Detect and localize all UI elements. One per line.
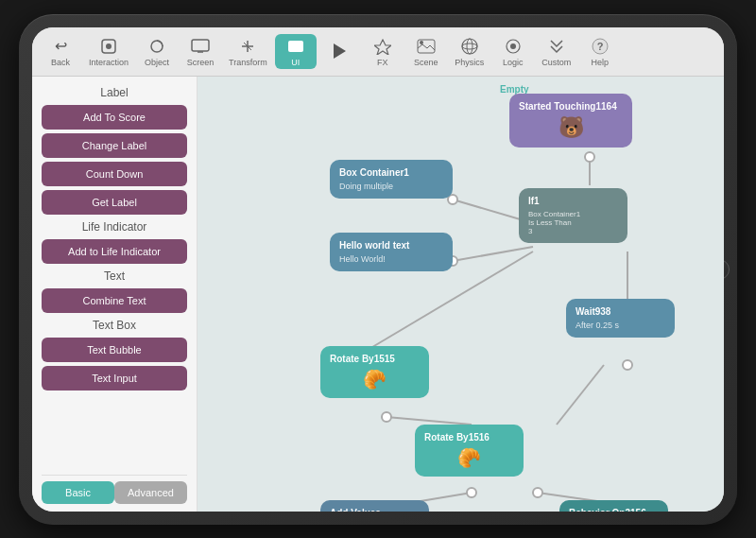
add-to-score-button[interactable]: Add To Score (42, 105, 187, 130)
back-icon: ↩ (50, 36, 71, 57)
toolbar-physics[interactable]: Physics (449, 34, 490, 69)
sidebar-tabs: Basic Advanced (42, 475, 187, 504)
node-if1-title: If1 (528, 196, 618, 206)
node-wait938-body: After 0.25 s (576, 321, 665, 330)
node-started-touching-title: Started Touching1164 (519, 101, 623, 112)
svg-point-33 (623, 360, 632, 370)
node-add-values-title: Add Values (330, 508, 420, 512)
toolbar-interaction[interactable]: Interaction (83, 34, 134, 69)
toolbar-scene[interactable]: Scene (405, 34, 447, 69)
label-section-heading: Label (42, 84, 187, 101)
toolbar-fx[interactable]: FX (362, 34, 404, 69)
toolbar-back[interactable]: ↩ Back (40, 34, 81, 69)
tab-advanced[interactable]: Advanced (114, 481, 187, 504)
node-behavior-on[interactable]: Behavior On3156 If1 (559, 500, 668, 512)
svg-point-13 (462, 39, 477, 54)
count-down-button[interactable]: Count Down (42, 162, 187, 186)
node-started-touching[interactable]: Started Touching1164 🐻 (509, 94, 632, 148)
node-hello-world[interactable]: Hello world text Hello World! (330, 233, 453, 271)
svg-point-1 (106, 43, 112, 49)
toolbar-custom[interactable]: Custom (536, 34, 577, 69)
scene-label: Scene (414, 58, 438, 67)
toolbar-screen[interactable]: Screen (180, 34, 221, 69)
bear-icon: 🐻 (519, 115, 623, 140)
fx-icon (372, 36, 393, 57)
node-box-container1-body: Doing multiple (339, 182, 443, 191)
toolbar-help[interactable]: ? Help (579, 34, 621, 69)
object-label: Object (145, 58, 169, 67)
croissant1-icon: 🥐 (330, 368, 420, 390)
svg-point-12 (420, 41, 423, 44)
get-label-button[interactable]: Get Label (42, 190, 187, 215)
physics-icon (459, 36, 480, 57)
fx-label: FX (377, 58, 388, 67)
svg-point-35 (533, 488, 542, 497)
screen-icon (190, 36, 211, 57)
svg-marker-9 (334, 43, 346, 59)
tablet-device: ↩ Back Interaction Object Screen (19, 14, 737, 525)
transform-icon (237, 36, 258, 57)
node-hello-world-title: Hello world text (339, 240, 443, 251)
scene-icon (416, 36, 437, 57)
main-area: Label Add To Score Change Label Count Do… (32, 77, 724, 512)
ui-label: UI (291, 58, 300, 67)
physics-label: Physics (455, 58, 484, 67)
tab-basic[interactable]: Basic (42, 481, 114, 504)
toolbar-transform[interactable]: Transform (223, 34, 273, 69)
back-label: Back (51, 58, 70, 67)
text-bubble-button[interactable]: Text Bubble (42, 338, 187, 362)
text-section-heading: Text (42, 268, 187, 285)
tablet-screen: ↩ Back Interaction Object Screen (32, 27, 724, 512)
canvas-area[interactable]: Empty Started Touching1164 🐻 Box Contain… (198, 77, 724, 512)
svg-line-25 (387, 417, 472, 425)
screen-label: Screen (187, 58, 215, 67)
toolbar-logic[interactable]: Logic (492, 34, 534, 69)
svg-text:?: ? (596, 41, 603, 52)
ui-icon (285, 36, 306, 57)
node-if1-body: Box Container1Is Less Than3 (528, 210, 618, 235)
croissant2-icon: 🥐 (424, 446, 514, 469)
svg-point-15 (467, 39, 472, 54)
custom-label: Custom (541, 58, 571, 67)
node-behavior-on-title: Behavior On3156 (569, 508, 659, 512)
toolbar-object[interactable]: Object (136, 34, 178, 69)
toolbar-play[interactable] (318, 39, 360, 64)
toolbar: ↩ Back Interaction Object Screen (32, 27, 724, 77)
combine-text-button[interactable]: Combine Text (42, 288, 187, 313)
node-rotate1515[interactable]: Rotate By1515 🥐 (320, 346, 429, 398)
help-label: Help (591, 58, 609, 67)
help-icon: ? (590, 36, 610, 57)
node-wait938[interactable]: Wait938 After 0.25 s (566, 299, 675, 338)
textbox-section-heading: Text Box (42, 317, 187, 334)
node-box-container1[interactable]: Box Container1 Doing multiple (330, 160, 453, 199)
node-rotate1516[interactable]: Rotate By1516 🥐 (415, 425, 524, 477)
toolbar-ui[interactable]: UI (275, 34, 317, 69)
add-to-life-indicator-button[interactable]: Add to Life Indicator (42, 239, 187, 264)
node-rotate1516-title: Rotate By1516 (424, 432, 514, 443)
sidebar: Label Add To Score Change Label Count Do… (32, 77, 198, 512)
custom-icon (546, 36, 567, 57)
svg-marker-10 (374, 40, 391, 55)
logic-label: Logic (503, 58, 524, 67)
transform-label: Transform (229, 58, 267, 67)
node-hello-world-body: Hello World! (339, 254, 443, 264)
logic-icon (503, 36, 524, 57)
empty-label: Empty (500, 84, 529, 95)
play-icon (329, 41, 350, 61)
svg-line-22 (453, 247, 533, 261)
svg-point-34 (467, 488, 476, 497)
svg-point-14 (462, 43, 477, 49)
interaction-icon (98, 36, 119, 57)
svg-line-26 (557, 365, 604, 425)
node-wait938-title: Wait938 (576, 306, 665, 317)
text-input-button[interactable]: Text Input (42, 366, 187, 390)
change-label-button[interactable]: Change Label (42, 133, 187, 158)
svg-rect-8 (288, 41, 303, 52)
node-rotate1515-title: Rotate By1515 (330, 354, 420, 364)
node-box-container1-title: Box Container1 (339, 167, 443, 178)
object-icon (146, 36, 167, 57)
node-if1[interactable]: If1 Box Container1Is Less Than3 (519, 188, 627, 243)
svg-rect-3 (192, 40, 209, 51)
node-add-values[interactable]: Add Values Box Container1after (320, 500, 429, 512)
life-indicator-section-heading: Life Indicator (42, 218, 187, 235)
